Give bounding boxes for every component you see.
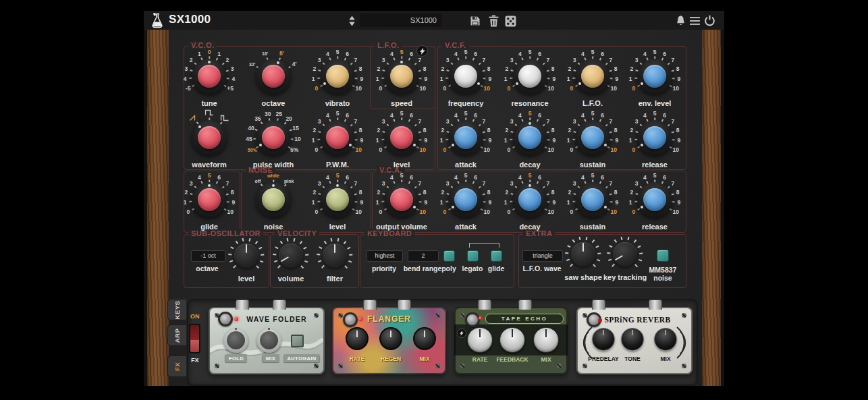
- knob-tick-label: 1: [376, 76, 379, 82]
- legato-toggle[interactable]: [467, 250, 479, 262]
- tab-fx[interactable]: FX: [167, 355, 186, 377]
- delete-preset-icon[interactable]: [489, 15, 499, 27]
- knob-vca-attack[interactable]: 012345678910attack: [435, 169, 496, 230]
- knob-tick: [348, 247, 351, 250]
- preset-name-field[interactable]: SX1000: [360, 13, 441, 27]
- knob-speed[interactable]: 012345678910speed: [371, 46, 432, 107]
- random-preset-icon[interactable]: [505, 16, 516, 27]
- knob-tune[interactable]: -5432101234+5tune: [179, 46, 240, 107]
- knob-vcf-release[interactable]: 012345678910release: [624, 107, 685, 168]
- knob-vcf-attack[interactable]: 012345678910attack: [435, 107, 496, 168]
- priority-select[interactable]: highest: [367, 250, 403, 262]
- fx-power-switch[interactable]: [189, 324, 200, 353]
- knob-tick-label: 9: [615, 137, 618, 144]
- knob-cap: [643, 65, 666, 88]
- notifications-bell-icon[interactable]: [675, 15, 686, 27]
- mix-knob[interactable]: [413, 327, 436, 350]
- knob-tick-label: 5: [208, 172, 211, 179]
- knob-noise-level[interactable]: 012345678910level: [307, 169, 368, 230]
- tape-echo-mod-icon[interactable]: [457, 328, 466, 338]
- knob-tick-label: 1: [184, 199, 187, 206]
- knob-label: frequency: [448, 99, 484, 107]
- knob-vcf-lfo[interactable]: 012345678910L.F.O.: [562, 46, 623, 107]
- fold-knob[interactable]: [223, 328, 248, 353]
- knob-tick-label: 9: [360, 76, 363, 82]
- screw-icon: [682, 364, 686, 368]
- menu-icon[interactable]: [689, 16, 701, 26]
- autogain-button[interactable]: [291, 335, 304, 347]
- preset-spinner-icon[interactable]: [348, 16, 356, 26]
- knob-saw-shape[interactable]: saw shape: [562, 233, 605, 276]
- knob-tick-label: 10: [483, 208, 489, 215]
- rate-knob[interactable]: [467, 327, 493, 353]
- knob-pulse-width[interactable]: 50%45403530252015105%pulse width: [243, 107, 304, 168]
- mm5837-noise-toggle[interactable]: [657, 250, 669, 262]
- tab-arp[interactable]: ARP: [167, 324, 186, 346]
- knob-tick-label: 0: [570, 85, 573, 92]
- knob-tick-label: 6: [346, 112, 349, 119]
- glide-toggle[interactable]: [491, 250, 502, 262]
- knob-vcf-sustain[interactable]: 012345678910sustain: [562, 107, 623, 168]
- knob-noise[interactable]: offwhitepinknoise: [243, 169, 304, 230]
- knob-frequency[interactable]: 012345678910frequency: [435, 46, 496, 107]
- knob-vcf-decay[interactable]: 012345678910decay: [499, 107, 560, 168]
- knob-vel-volume[interactable]: volume: [269, 234, 313, 277]
- mix-knob[interactable]: [533, 327, 559, 353]
- predelay-label: PREDELAY: [588, 355, 619, 362]
- knob-tick-label: 2: [184, 189, 188, 196]
- mix-knob[interactable]: [654, 328, 677, 351]
- rate-knob[interactable]: [346, 327, 369, 350]
- save-preset-icon[interactable]: [470, 16, 481, 26]
- knob-pointer: [477, 82, 480, 85]
- knob-vibrato[interactable]: 012345678910vibrato: [307, 46, 368, 107]
- knob-tick: [343, 241, 346, 244]
- knob-vel-filter[interactable]: filter: [313, 234, 356, 277]
- knob-vco-level[interactable]: 012345678910level: [371, 107, 432, 168]
- knob-tick-label: 5: [653, 110, 657, 117]
- knob-tick: [567, 246, 570, 248]
- lfo-wave-select[interactable]: triangle: [522, 250, 563, 262]
- tape-echo-stomp-button[interactable]: [465, 312, 480, 327]
- knob-label: level: [394, 161, 410, 169]
- knob-tick-label: 9: [552, 137, 555, 144]
- knob-sub-level[interactable]: level: [225, 234, 268, 277]
- knob-glide[interactable]: 012345678910glide: [179, 169, 240, 230]
- knob-waveform[interactable]: waveform: [179, 107, 240, 168]
- knob-vca-release[interactable]: 012345678910release: [624, 169, 685, 230]
- knob-pwm[interactable]: 012345678910P.W.M.: [307, 107, 368, 168]
- spring-arcs-right: [674, 326, 689, 360]
- knob-env-level[interactable]: 012345678910env. level: [624, 46, 685, 107]
- knob-vca-decay[interactable]: 012345678910decay: [499, 169, 560, 230]
- knob-octave[interactable]: 32'16'8'4'octave: [243, 46, 304, 107]
- knob-resonance[interactable]: 012345678910resonance: [499, 46, 560, 107]
- sub-octave-select[interactable]: -1 oct: [191, 250, 225, 262]
- knob-pointer: [272, 184, 275, 187]
- knob-tick-label: 10: [355, 146, 361, 153]
- knob-key-tracking[interactable]: key tracking: [603, 233, 647, 276]
- bend-range-field[interactable]: 2: [408, 250, 439, 262]
- knob-tick-label: 45: [246, 136, 252, 142]
- knob-tick-label: 4: [390, 51, 394, 57]
- predelay-knob[interactable]: [592, 328, 615, 351]
- knob-output-volume[interactable]: 012345678910output volume: [371, 169, 432, 230]
- power-icon[interactable]: [704, 15, 715, 26]
- knob-label: level: [329, 223, 346, 231]
- tab-keys[interactable]: KEYS: [167, 299, 186, 320]
- knob-tick-label: 6: [663, 112, 666, 119]
- knob-tick-label: 7: [354, 180, 357, 187]
- plugin-window: SX1000 SX1000 V.C.O. L.F.O.: [0, 0, 868, 400]
- feedback-knob[interactable]: [499, 327, 525, 353]
- knob-tick-label: 4: [518, 51, 522, 57]
- knob-tick: [260, 260, 263, 262]
- knob-tick-label: 2: [630, 65, 633, 72]
- lfo-wave-label: L.F.O. wave: [522, 264, 561, 273]
- regen-knob[interactable]: [379, 327, 402, 350]
- knob-tick: [612, 264, 616, 268]
- poly-toggle[interactable]: [443, 250, 455, 262]
- tone-knob[interactable]: [621, 328, 644, 351]
- knob-tick: [278, 266, 281, 269]
- mix-knob[interactable]: [256, 328, 281, 353]
- knob-tick-label: 8: [614, 189, 618, 196]
- knob-vca-sustain[interactable]: 012345678910sustain: [562, 169, 623, 230]
- knob-label: key tracking: [603, 273, 647, 281]
